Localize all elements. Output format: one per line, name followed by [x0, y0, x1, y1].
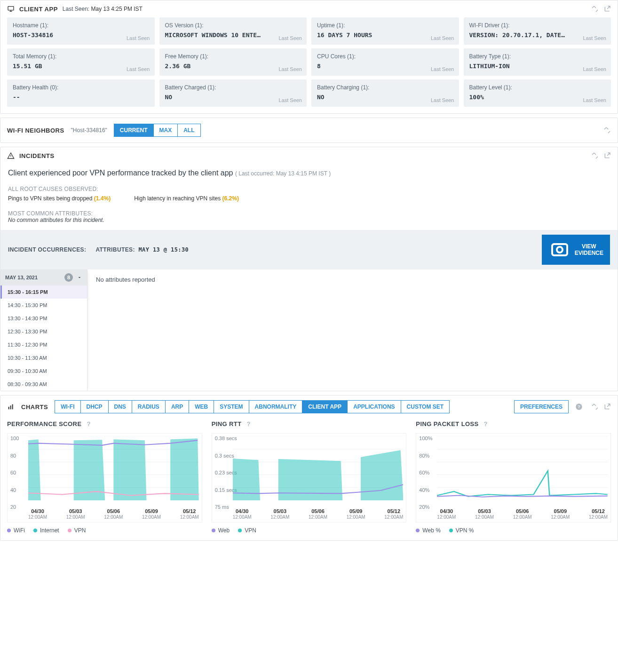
metric-card[interactable]: Uptime (1): 16 DAYS 7 HOURS Last Seen — [311, 17, 459, 45]
metric-lastseen: Last Seen — [431, 35, 454, 41]
seg-all[interactable]: ALL — [178, 124, 200, 137]
metric-card[interactable]: OS Version (1): MICROSOFT WINDOWS 10 ENT… — [159, 17, 307, 45]
metric-card[interactable]: Free Memory (1): 2.36 GB Last Seen — [159, 48, 307, 76]
help-icon[interactable]: ? — [575, 403, 583, 411]
warning-icon — [7, 152, 15, 159]
collapse-icon[interactable] — [591, 403, 599, 411]
last-seen: Last Seen: May 13 4:25 PM IST — [63, 6, 143, 12]
monitor-icon — [7, 5, 15, 13]
x-axis: 04/3012:00AM05/0312:00AM05/0612:00AM05/0… — [437, 508, 608, 520]
occurrence-item[interactable]: 15:30 - 16:15 PM — [0, 285, 87, 299]
tab-radius[interactable]: RADIUS — [132, 400, 166, 413]
chart-legend: WiFiInternetVPN — [7, 527, 202, 534]
charts-title: CHARTS — [21, 403, 48, 411]
metric-lastseen: Last Seen — [583, 35, 606, 41]
y-axis: 100%80%60%40%20% — [419, 435, 432, 510]
root-causes-label: ALL ROOT CAUSES OBSERVED: — [8, 186, 610, 192]
help-icon[interactable]: ？ — [86, 420, 92, 427]
legend-item: Web — [212, 527, 230, 534]
occurrence-item[interactable]: 12:30 - 13:30 PM — [0, 325, 87, 338]
preferences-button[interactable]: PREFERENCES — [514, 400, 569, 413]
chart-legend: Web %VPN % — [416, 527, 611, 534]
view-evidence-button[interactable]: VIEW EVIDENCE — [542, 235, 610, 265]
tab-wi-fi[interactable]: WI-FI — [55, 400, 80, 413]
metric-lastseen: Last Seen — [431, 97, 454, 103]
metric-lastseen: Last Seen — [278, 66, 302, 72]
metric-label: Battery Level (1): — [469, 84, 606, 91]
svg-point-2 — [557, 247, 563, 253]
metric-card[interactable]: CPU Cores (1): 8 Last Seen — [311, 48, 459, 76]
metric-card[interactable]: Hostname (1): HOST-334816 Last Seen — [7, 17, 155, 45]
help-icon[interactable]: ？ — [246, 420, 252, 427]
tab-web[interactable]: WEB — [189, 400, 214, 413]
client-app-header: CLIENT APP Last Seen: May 13 4:25 PM IST — [0, 0, 618, 17]
metric-label: Uptime (1): — [317, 22, 453, 29]
collapse-icon[interactable] — [591, 152, 599, 159]
occurrences-count-badge: 8 — [64, 273, 73, 282]
mca-label: MOST COMMON ATTRIBUTES: — [8, 210, 610, 217]
x-axis: 04/3012:00AM05/0312:00AM05/0612:00AM05/0… — [28, 508, 199, 520]
chart-plot[interactable]: 100%80%60%40%20% 04/3012:00AM05/0312:00A… — [416, 433, 611, 522]
svg-rect-3 — [8, 407, 9, 409]
tab-abnormality[interactable]: ABNORMALITY — [249, 400, 303, 413]
tab-arp[interactable]: ARP — [166, 400, 189, 413]
chart-plot[interactable]: 0.38 secs0.3 secs0.23 secs0.15 secs75 ms… — [212, 433, 407, 522]
chart-title: PERFORMANCE SCORE ？ — [7, 420, 202, 428]
collapse-icon[interactable] — [603, 126, 611, 134]
metric-card[interactable]: Battery Health (0): -- — [7, 79, 155, 107]
popout-icon[interactable] — [603, 403, 611, 411]
panel-title: CLIENT APP — [19, 6, 58, 13]
seg-max[interactable]: MAX — [154, 124, 178, 137]
tab-applications[interactable]: APPLICATIONS — [348, 400, 401, 413]
attributes-label: ATTRIBUTES: MAY 13 @ 15:30 — [95, 246, 189, 253]
occurrence-item[interactable]: 10:30 - 11:30 AM — [0, 351, 87, 364]
wifi-neighbors-host: "Host-334816" — [71, 127, 107, 134]
metric-label: Battery Charged (1): — [165, 84, 301, 91]
occurrence-item[interactable]: 11:30 - 12:30 PM — [0, 338, 87, 351]
metric-lastseen: Last Seen — [127, 66, 150, 72]
tab-dns[interactable]: DNS — [109, 400, 132, 413]
tab-custom-set[interactable]: CUSTOM SET — [401, 400, 450, 413]
charts-panel: CHARTS WI-FIDHCPDNSRADIUSARPWEBSYSTEMABN… — [0, 395, 618, 541]
metrics-grid: Hostname (1): HOST-334816 Last SeenTotal… — [0, 17, 618, 113]
chart-title: PING PACKET LOSS ？ — [416, 420, 611, 428]
legend-item: Web % — [416, 527, 440, 534]
occurrences-date-header[interactable]: MAY 13, 2021 8 — [0, 269, 87, 285]
metric-card[interactable]: Total Memory (1): 15.51 GB Last Seen — [7, 48, 155, 76]
tab-client-app[interactable]: CLIENT APP — [302, 400, 348, 413]
tab-system[interactable]: SYSTEM — [214, 400, 249, 413]
bar-chart-icon — [7, 403, 15, 411]
occurrence-item[interactable]: 14:30 - 15:30 PM — [0, 299, 87, 312]
metric-label: WI-FI Driver (1): — [469, 22, 606, 29]
y-axis: 10080604020 — [10, 435, 19, 510]
help-icon[interactable]: ？ — [483, 420, 489, 427]
collapse-icon[interactable] — [591, 5, 599, 13]
metric-label: Total Memory (1): — [13, 53, 149, 60]
occurrences-sidebar: MAY 13, 2021 8 15:30 - 16:15 PM14:30 - 1… — [0, 269, 87, 391]
tab-dhcp[interactable]: DHCP — [81, 400, 109, 413]
occurrence-item[interactable]: 09:30 - 10:30 AM — [0, 364, 87, 378]
metric-lastseen: Last Seen — [583, 66, 606, 72]
metric-card[interactable]: Battery Charging (1): NO Last Seen — [311, 79, 459, 107]
metric-value: -- — [13, 94, 149, 101]
occurrence-item[interactable]: 13:30 - 14:30 PM — [0, 312, 87, 325]
metric-lastseen: Last Seen — [127, 35, 150, 41]
seg-current[interactable]: CURRENT — [114, 124, 154, 137]
chart-plot[interactable]: 10080604020 04/3012:00AM05/0312:00AM05/0… — [7, 433, 202, 522]
metric-label: OS Version (1): — [165, 22, 301, 29]
svg-rect-5 — [12, 404, 13, 410]
metric-card[interactable]: Battery Type (1): LITHIUM-ION Last Seen — [464, 48, 611, 76]
svg-rect-4 — [10, 405, 11, 409]
wifi-neighbors-panel: WI-FI NEIGHBORS "Host-334816" CURRENTMAX… — [0, 118, 618, 143]
metric-lastseen: Last Seen — [278, 35, 302, 41]
occurrence-item[interactable]: 08:30 - 09:30 AM — [0, 378, 87, 391]
metric-card[interactable]: Battery Level (1): 100% Last Seen — [464, 79, 611, 107]
metric-card[interactable]: WI-FI Driver (1): VERSION: 20.70.17.1, D… — [464, 17, 611, 45]
chart-legend: WebVPN — [212, 527, 407, 534]
metric-card[interactable]: Battery Charged (1): NO Last Seen — [159, 79, 307, 107]
metric-label: Hostname (1): — [13, 22, 149, 29]
popout-icon[interactable] — [603, 5, 611, 13]
chart-title: PING RTT ？ — [212, 420, 407, 428]
popout-icon[interactable] — [603, 152, 611, 159]
metric-lastseen: Last Seen — [583, 97, 606, 103]
